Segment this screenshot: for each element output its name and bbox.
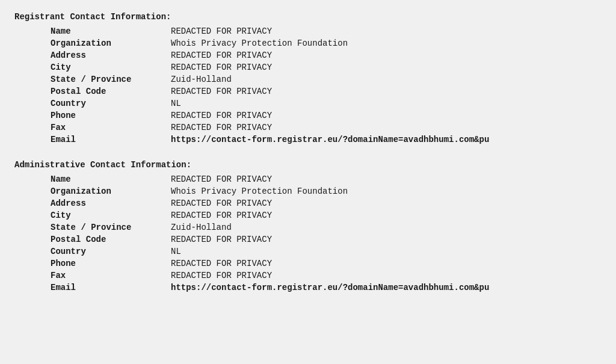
registrant-table: NameREDACTED FOR PRIVACYOrganizationWhoi… — [51, 25, 602, 146]
contact-row: OrganizationWhois Privacy Protection Fou… — [51, 37, 602, 49]
field-value: REDACTED FOR PRIVACY — [171, 26, 272, 36]
contact-row: FaxREDACTED FOR PRIVACY — [51, 122, 602, 134]
administrative-title: Administrative Contact Information: — [14, 160, 602, 170]
contact-row: CountryNL — [51, 97, 602, 110]
field-value: REDACTED FOR PRIVACY — [171, 271, 272, 280]
field-label: State / Province — [51, 223, 171, 232]
field-value: Zuid-Holland — [171, 75, 232, 84]
contact-row: OrganizationWhois Privacy Protection Fou… — [51, 185, 602, 197]
field-value: Zuid-Holland — [171, 223, 232, 232]
field-label: Phone — [51, 111, 171, 120]
contact-row: CityREDACTED FOR PRIVACY — [51, 61, 602, 73]
contact-row: Postal CodeREDACTED FOR PRIVACY — [51, 85, 602, 97]
field-label: Address — [51, 51, 171, 60]
field-value: NL — [171, 247, 181, 256]
field-label: Fax — [51, 123, 171, 132]
field-value: REDACTED FOR PRIVACY — [171, 259, 272, 268]
field-label: Postal Code — [51, 235, 171, 244]
page-content: Registrant Contact Information: NameREDA… — [14, 12, 602, 294]
field-label: City — [51, 63, 171, 72]
field-label: Email — [51, 283, 171, 292]
field-value: REDACTED FOR PRIVACY — [171, 123, 272, 132]
administrative-table: NameREDACTED FOR PRIVACYOrganizationWhoi… — [51, 173, 602, 294]
field-label: Postal Code — [51, 87, 171, 96]
field-label: Organization — [51, 39, 171, 48]
field-label: Name — [51, 174, 171, 184]
field-value: Whois Privacy Protection Foundation — [171, 187, 348, 196]
contact-row: AddressREDACTED FOR PRIVACY — [51, 197, 602, 209]
field-value: REDACTED FOR PRIVACY — [171, 199, 272, 208]
field-value: REDACTED FOR PRIVACY — [171, 174, 272, 184]
field-value: REDACTED FOR PRIVACY — [171, 211, 272, 220]
field-label: Organization — [51, 187, 171, 196]
contact-row: Postal CodeREDACTED FOR PRIVACY — [51, 233, 602, 245]
contact-row: PhoneREDACTED FOR PRIVACY — [51, 110, 602, 122]
registrant-title: Registrant Contact Information: — [14, 12, 602, 22]
field-value: REDACTED FOR PRIVACY — [171, 87, 272, 96]
field-label: Phone — [51, 259, 171, 268]
contact-row: NameREDACTED FOR PRIVACY — [51, 25, 602, 37]
field-value: REDACTED FOR PRIVACY — [171, 51, 272, 60]
contact-row: State / ProvinceZuid-Holland — [51, 221, 602, 233]
field-label: Country — [51, 99, 171, 108]
field-label: Fax — [51, 271, 171, 280]
contact-row: NameREDACTED FOR PRIVACY — [51, 173, 602, 185]
contact-row: PhoneREDACTED FOR PRIVACY — [51, 258, 602, 270]
contact-row: State / ProvinceZuid-Holland — [51, 73, 602, 85]
field-value: REDACTED FOR PRIVACY — [171, 63, 272, 72]
field-label: State / Province — [51, 75, 171, 84]
contact-row: Emailhttps://contact-form.registrar.eu/?… — [51, 282, 602, 294]
contact-row: CityREDACTED FOR PRIVACY — [51, 209, 602, 221]
field-value: REDACTED FOR PRIVACY — [171, 111, 272, 120]
field-label: Country — [51, 247, 171, 256]
registrant-section: Registrant Contact Information: NameREDA… — [14, 12, 602, 146]
contact-row: Emailhttps://contact-form.registrar.eu/?… — [51, 134, 602, 146]
field-value: REDACTED FOR PRIVACY — [171, 235, 272, 244]
field-value: NL — [171, 99, 181, 108]
field-label: City — [51, 211, 171, 220]
contact-row: FaxREDACTED FOR PRIVACY — [51, 270, 602, 282]
field-label: Name — [51, 26, 171, 36]
field-label: Email — [51, 135, 171, 144]
field-label: Address — [51, 199, 171, 208]
contact-row: CountryNL — [51, 245, 602, 258]
field-value[interactable]: https://contact-form.registrar.eu/?domai… — [171, 283, 489, 292]
administrative-section: Administrative Contact Information: Name… — [14, 160, 602, 294]
field-value[interactable]: https://contact-form.registrar.eu/?domai… — [171, 135, 489, 144]
contact-row: AddressREDACTED FOR PRIVACY — [51, 49, 602, 61]
field-value: Whois Privacy Protection Foundation — [171, 39, 348, 48]
